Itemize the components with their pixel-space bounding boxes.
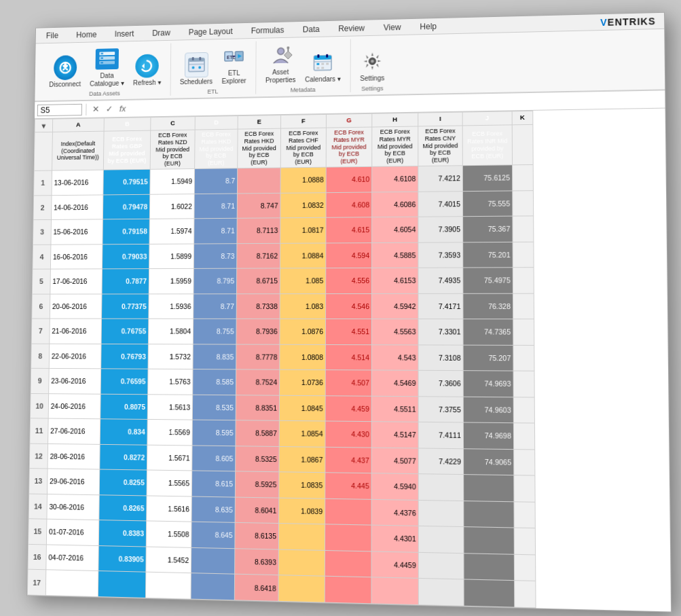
- cell-D-14[interactable]: 8.635: [191, 496, 235, 522]
- cell-F-2[interactable]: 1.0832: [280, 192, 325, 218]
- menu-review[interactable]: Review: [335, 22, 367, 35]
- cell-C-16[interactable]: 1.5452: [145, 546, 191, 573]
- cell-C-9[interactable]: 1.5763: [147, 369, 192, 395]
- menu-draw[interactable]: Draw: [149, 26, 173, 39]
- cell-F-3[interactable]: 1.0817: [280, 217, 325, 243]
- menu-page-layout[interactable]: Page Layout: [185, 24, 235, 37]
- col-header-c[interactable]: C: [150, 116, 195, 130]
- cell-G-7[interactable]: 4.551: [325, 319, 371, 344]
- cell-G-6[interactable]: 4.546: [325, 293, 371, 319]
- cell-E-5[interactable]: 8.6715: [236, 268, 280, 293]
- cell-F-7[interactable]: 1.0876: [279, 319, 325, 344]
- cell-E-11[interactable]: 8.5887: [235, 420, 278, 446]
- cell-C-15[interactable]: 1.5508: [146, 521, 191, 547]
- cell-B-14[interactable]: 0.8265: [98, 494, 146, 521]
- cell-E-17[interactable]: 8.6418: [234, 574, 278, 601]
- cell-J-17[interactable]: [464, 579, 515, 607]
- cell-G-5[interactable]: 4.556: [325, 268, 371, 293]
- cell-H-5[interactable]: 4.6153: [371, 268, 418, 293]
- cell-I-14[interactable]: [418, 500, 464, 527]
- cell-D-10[interactable]: 8.535: [192, 394, 236, 420]
- cell-F-11[interactable]: 1.0854: [279, 420, 325, 447]
- calendars-button[interactable]: Calendars ▾: [302, 48, 344, 85]
- cell-B-9[interactable]: 0.76595: [100, 368, 148, 393]
- col-header-k[interactable]: K: [512, 111, 533, 124]
- cell-F-10[interactable]: 1.0845: [279, 395, 325, 420]
- settings-button[interactable]: Settings: [357, 48, 387, 84]
- cell-G-9[interactable]: 4.507: [325, 369, 371, 395]
- menu-home[interactable]: Home: [73, 28, 99, 40]
- cell-H-7[interactable]: 4.5563: [371, 319, 418, 344]
- cell-I-8[interactable]: 7.3108: [418, 344, 463, 370]
- cell-D-3[interactable]: 8.71: [194, 218, 237, 243]
- cell-J-11[interactable]: 74.9698: [463, 422, 513, 449]
- menu-help[interactable]: Help: [417, 20, 439, 32]
- cell-F-8[interactable]: 1.0808: [279, 344, 325, 369]
- cell-D-5[interactable]: 8.795: [194, 268, 237, 293]
- cell-A-11[interactable]: 27-06-2016: [48, 418, 100, 444]
- cell-G-16[interactable]: [325, 550, 371, 577]
- cell-B-12[interactable]: 0.8272: [99, 444, 147, 470]
- cell-H-13[interactable]: 4.5940: [371, 473, 418, 499]
- cell-H-14[interactable]: 4.4376: [371, 499, 418, 526]
- col-header-j[interactable]: J: [462, 111, 512, 125]
- cell-B-8[interactable]: 0.76793: [100, 344, 148, 369]
- cell-I-9[interactable]: 7.3606: [418, 370, 463, 396]
- cell-E-2[interactable]: 8.747: [237, 192, 280, 217]
- menu-insert[interactable]: Insert: [112, 27, 136, 39]
- cell-C-5[interactable]: 1.5959: [149, 268, 194, 293]
- cell-H-3[interactable]: 4.6054: [371, 217, 418, 242]
- col-header-h[interactable]: H: [371, 113, 418, 127]
- cell-J-10[interactable]: 74.9603: [463, 396, 513, 422]
- cell-A-6[interactable]: 20-06-2016: [50, 293, 102, 319]
- cell-C-14[interactable]: 1.5616: [146, 495, 191, 522]
- cell-D-13[interactable]: 8.615: [191, 471, 235, 497]
- disconnect-button[interactable]: Disconnect: [46, 54, 84, 90]
- cell-F-4[interactable]: 1.0884: [280, 242, 325, 268]
- cell-I-7[interactable]: 7.3301: [418, 319, 462, 344]
- cell-K-8[interactable]: [513, 344, 534, 370]
- formula-fx-button[interactable]: fx: [117, 103, 128, 113]
- cell-B-6[interactable]: 0.77375: [101, 293, 149, 319]
- cell-D-11[interactable]: 8.595: [192, 420, 236, 446]
- cell-A-7[interactable]: 21-06-2016: [49, 319, 101, 344]
- cell-C-7[interactable]: 1.5804: [148, 319, 193, 344]
- col-header-b[interactable]: B: [104, 117, 151, 130]
- cell-J-6[interactable]: 76.328: [462, 293, 513, 319]
- col-header-e[interactable]: E: [238, 115, 281, 129]
- cell-J-9[interactable]: 74.9693: [463, 370, 513, 397]
- cell-K-14[interactable]: [513, 501, 534, 528]
- cell-A-15[interactable]: 01-07-2016: [46, 519, 98, 545]
- cell-E-4[interactable]: 8.7162: [236, 242, 280, 268]
- cell-H-4[interactable]: 4.5885: [371, 242, 418, 268]
- cell-I-11[interactable]: 7.4111: [418, 422, 463, 448]
- cell-J-16[interactable]: [463, 553, 514, 580]
- cell-K-2[interactable]: [512, 190, 533, 216]
- cell-F-17[interactable]: [278, 575, 325, 602]
- cell-H-12[interactable]: 4.5077: [371, 447, 418, 473]
- cell-E-12[interactable]: 8.5325: [235, 446, 279, 472]
- formula-confirm-button[interactable]: ✓: [103, 103, 114, 113]
- cell-H-2[interactable]: 4.6086: [371, 191, 418, 217]
- col-header-d[interactable]: D: [195, 115, 238, 129]
- cell-B-15[interactable]: 0.8383: [98, 520, 146, 546]
- cell-F-15[interactable]: [278, 523, 325, 549]
- cell-C-17[interactable]: [145, 572, 191, 599]
- cell-I-6[interactable]: 7.4171: [418, 293, 462, 319]
- cell-I-10[interactable]: 7.3755: [418, 396, 463, 422]
- cell-B-13[interactable]: 0.8255: [99, 469, 147, 495]
- cell-A-14[interactable]: 30-06-2016: [46, 494, 98, 520]
- cell-J-7[interactable]: 74.7365: [462, 319, 513, 344]
- cell-A-1[interactable]: 13-06-2016: [52, 170, 103, 195]
- cell-I-12[interactable]: 7.4229: [418, 448, 463, 474]
- cell-G-3[interactable]: 4.615: [325, 217, 371, 242]
- cell-D-15[interactable]: 8.645: [191, 522, 234, 548]
- cell-H-9[interactable]: 4.5469: [371, 370, 418, 396]
- cell-I-15[interactable]: [418, 526, 464, 553]
- cell-I-16[interactable]: [418, 552, 464, 579]
- cell-G-12[interactable]: 4.437: [325, 446, 371, 473]
- cell-K-16[interactable]: [514, 554, 535, 581]
- menu-file[interactable]: File: [43, 29, 60, 41]
- etl-explorer-button[interactable]: ETL ETLExplorer: [219, 42, 249, 86]
- cell-E-10[interactable]: 8.8351: [236, 395, 279, 420]
